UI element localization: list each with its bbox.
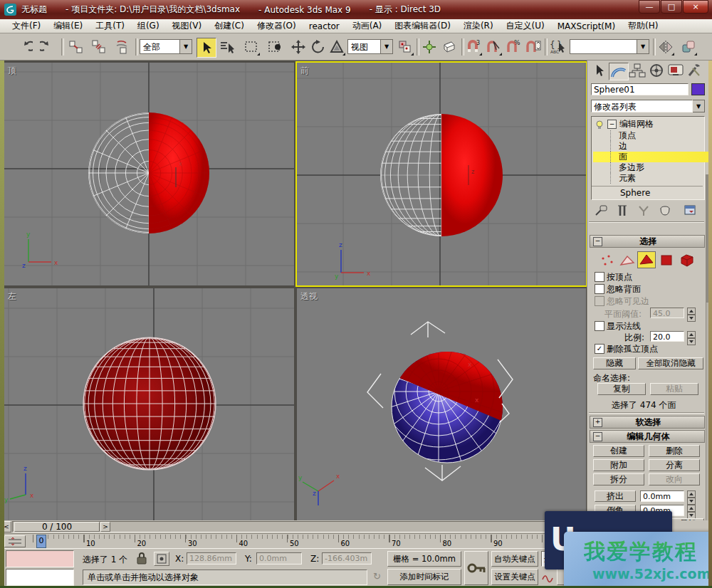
add-time-tag-button[interactable]: 添加时间标记: [387, 569, 461, 585]
menu-item-group[interactable]: 组(G): [131, 19, 166, 33]
make-unique-icon[interactable]: [636, 204, 651, 220]
rollout-edit-geometry[interactable]: − 编辑几何体: [590, 430, 705, 443]
stack-row-face[interactable]: 面: [593, 152, 712, 162]
ignore-visible-edges-checkbox[interactable]: [595, 296, 604, 306]
stack-row-element[interactable]: 元素: [593, 173, 712, 184]
rectangular-selection-region-icon[interactable]: [242, 38, 261, 56]
stack-row-edit-mesh[interactable]: − 编辑网格: [593, 119, 698, 130]
select-and-scale-icon[interactable]: [328, 38, 346, 56]
use-pivot-point-center-icon[interactable]: [396, 38, 414, 56]
viewport-left-label[interactable]: 左: [8, 290, 16, 303]
menu-item-animation[interactable]: 动画(A): [346, 19, 389, 33]
object-name-field[interactable]: Sphere01: [591, 83, 689, 95]
configure-modifier-sets-icon[interactable]: [683, 204, 698, 220]
menu-item-customize[interactable]: 自定义(U): [500, 19, 551, 33]
angle-snap-toggle-icon[interactable]: [484, 38, 503, 56]
mirror-icon[interactable]: [656, 38, 675, 56]
show-end-result-icon[interactable]: [614, 204, 630, 220]
tab-hierarchy[interactable]: [628, 63, 646, 79]
time-slider-track[interactable]: 0 / 100: [12, 521, 575, 532]
chevron-down-icon[interactable]: ▼: [381, 39, 393, 54]
attach-button[interactable]: 附加: [593, 459, 644, 471]
object-color-swatch[interactable]: [691, 83, 705, 95]
selection-filter-dropdown[interactable]: 全部▼: [140, 39, 192, 54]
y-coordinate-field[interactable]: 0.0mm: [256, 552, 302, 565]
redo-icon[interactable]: [38, 38, 57, 56]
current-frame-marker[interactable]: 0: [36, 535, 46, 548]
z-coordinate-field[interactable]: -166.403m: [322, 552, 372, 565]
viewport-top[interactable]: xyxz 顶: [4, 63, 294, 285]
maximize-button[interactable]: □: [661, 0, 682, 14]
copy-button[interactable]: 复制: [597, 383, 646, 395]
by-vertex-checkbox[interactable]: [595, 272, 604, 282]
bind-to-space-warp-icon[interactable]: [112, 38, 131, 56]
stack-row-vertex[interactable]: 顶点: [593, 130, 712, 141]
create-button[interactable]: 创建: [593, 445, 644, 457]
viewport-front-label[interactable]: 前: [300, 65, 309, 77]
absolute-mode-icon[interactable]: [154, 552, 169, 566]
collapse-icon[interactable]: −: [593, 237, 602, 246]
track-bar[interactable]: 102030405060708090 0: [0, 533, 587, 548]
menu-item-maxscript[interactable]: MAXScript(M): [551, 20, 622, 33]
select-and-move-icon[interactable]: [289, 38, 308, 56]
stack-row-sphere[interactable]: Sphere: [593, 187, 712, 198]
menu-item-edit[interactable]: 编辑(E): [47, 19, 89, 33]
divide-button[interactable]: 拆分: [593, 473, 644, 485]
viewport-perspective-label[interactable]: 透视: [300, 290, 318, 303]
select-and-manipulate-icon[interactable]: [420, 38, 439, 56]
ignore-backfacing-checkbox[interactable]: [595, 284, 604, 294]
vertex-icon[interactable]: [599, 253, 616, 271]
select-and-link-icon[interactable]: [67, 38, 85, 56]
menu-item-tools[interactable]: 工具(T): [89, 19, 131, 33]
tab-display[interactable]: [666, 63, 685, 79]
percent-snap-toggle-icon[interactable]: %: [504, 38, 523, 56]
extrude-button[interactable]: 挤出: [595, 490, 636, 502]
unhide-all-button[interactable]: 全部取消隐藏: [638, 357, 703, 369]
turn-button[interactable]: 改向: [649, 473, 700, 485]
window-crossing-toggle-icon[interactable]: [266, 38, 285, 56]
menu-item-file[interactable]: 文件(F): [6, 19, 47, 33]
chevron-down-icon[interactable]: ▼: [637, 39, 649, 54]
extrude-spinner[interactable]: [687, 490, 696, 505]
selection-lock-icon[interactable]: [135, 551, 148, 567]
extrude-field[interactable]: 0.0mm: [640, 490, 684, 502]
close-button[interactable]: ×: [683, 0, 708, 14]
scale-spinner[interactable]: [687, 331, 696, 345]
macro-recorder-listener[interactable]: [6, 550, 74, 567]
snaps-toggle-3d-icon[interactable]: 3: [464, 38, 483, 56]
unlink-selection-icon[interactable]: [90, 38, 108, 56]
menu-item-help[interactable]: 帮助(H): [622, 19, 664, 33]
menu-item-create[interactable]: 创建(C): [208, 19, 251, 33]
tab-modify[interactable]: [609, 63, 629, 80]
next-frame-button[interactable]: >: [100, 522, 110, 532]
chevron-down-icon[interactable]: ▼: [180, 39, 192, 54]
set-key-toggle-icon[interactable]: [464, 551, 488, 585]
viewport-left[interactable]: zyx 左: [4, 288, 294, 520]
select-and-rotate-icon[interactable]: [309, 38, 328, 56]
viewport-front[interactable]: zzxy 前: [297, 63, 586, 285]
menu-item-reactor[interactable]: reactor: [303, 20, 346, 33]
undo-icon[interactable]: [16, 38, 34, 56]
menu-item-rendering[interactable]: 渲染(R): [457, 19, 500, 33]
x-coordinate-field[interactable]: 128.86mm: [187, 552, 236, 565]
stack-row-edge[interactable]: 边: [593, 141, 712, 152]
stack-row-polygon[interactable]: 多边形: [593, 162, 712, 173]
viewport-perspective[interactable]: xxyxz 透视: [297, 288, 586, 520]
auto-key-button[interactable]: 自动关键点: [491, 551, 538, 567]
communication-icon[interactable]: ↻: [373, 571, 381, 582]
element-icon[interactable]: [679, 253, 696, 271]
default-tangent-icon[interactable]: [541, 570, 554, 585]
tab-utilities[interactable]: [686, 63, 704, 79]
polygon-icon[interactable]: [659, 253, 676, 271]
named-selection-sets-icon[interactable]: { }ABC: [548, 38, 567, 56]
reference-coordinate-system-dropdown[interactable]: 视图▼: [347, 39, 393, 54]
set-key-button[interactable]: 设置关键点: [491, 569, 538, 585]
keyboard-override-toggle-icon[interactable]: [440, 38, 459, 56]
menu-item-views[interactable]: 视图(V): [166, 19, 209, 33]
named-selection-dropdown[interactable]: ▼: [570, 39, 649, 54]
hide-button[interactable]: 隐藏: [593, 357, 636, 369]
face-icon[interactable]: [637, 251, 656, 268]
remove-modifier-icon[interactable]: [657, 204, 673, 220]
modifier-list-dropdown[interactable]: 修改器列表 ▼: [591, 100, 705, 112]
maxscript-mini-listener[interactable]: [6, 569, 74, 586]
